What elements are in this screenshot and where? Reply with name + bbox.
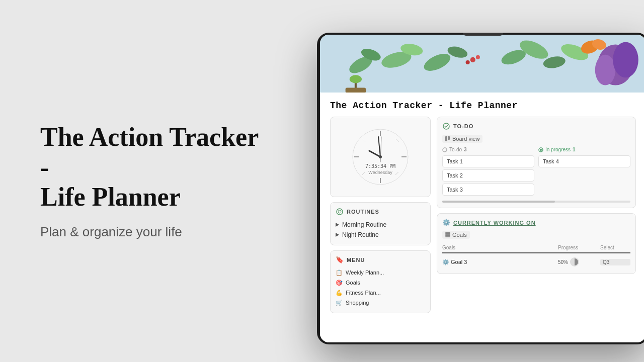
svg-line-29	[362, 172, 365, 175]
scrollbar-thumb	[442, 201, 555, 203]
gear-icon: ⚙️	[442, 219, 450, 226]
clock-svg: 7:35:34 PM Wednesday	[350, 127, 411, 187]
todo-column: To-do 3 Task 1 Task 2 Task 3	[442, 147, 534, 198]
progress-circle	[570, 257, 579, 266]
menu-icon-shopping: 🛒	[336, 299, 343, 306]
todo-icon	[442, 122, 450, 130]
svg-point-7	[470, 57, 475, 62]
svg-rect-45	[445, 232, 450, 234]
side-button	[317, 157, 317, 177]
menu-icon-goals: 🎯	[336, 279, 343, 286]
svg-rect-21	[346, 88, 366, 93]
svg-point-38	[338, 210, 341, 213]
task-card-3[interactable]: Task 3	[442, 184, 534, 196]
menu-item-weekly[interactable]: 📋 Weekly Plann...	[336, 267, 425, 278]
menu-item-goals[interactable]: 🎯 Goals	[336, 278, 425, 288]
subtitle: Plan & organize your life	[40, 224, 272, 240]
todo-circle-icon	[442, 147, 447, 152]
progress-bar: 50%	[558, 257, 598, 266]
svg-point-42	[443, 148, 447, 152]
goals-header: ⚙️ Currently working on	[442, 219, 630, 226]
routine-night[interactable]: Night Routine	[336, 230, 425, 240]
svg-line-30	[395, 172, 398, 175]
q3-badge: Q3	[600, 259, 630, 265]
page-title: The Action Tracker - Life Planner	[330, 101, 636, 111]
menu-title: MENU	[347, 257, 365, 263]
svg-point-12	[613, 42, 638, 77]
goals-view-button[interactable]: Goals	[442, 231, 470, 239]
todo-title: TO-DO	[453, 123, 473, 129]
goals-table-header: Goals Progress Select	[442, 243, 630, 253]
main-grid: 7:35:34 PM Wednesday ROUTI	[330, 117, 636, 330]
menu-item-fitness[interactable]: 💪 Fitness Plan...	[336, 288, 425, 298]
svg-point-34	[379, 155, 382, 158]
svg-point-44	[540, 149, 542, 151]
svg-line-27	[362, 139, 365, 142]
svg-line-31	[369, 151, 380, 157]
goals-table-icon	[445, 232, 450, 237]
inprogress-column: In progress 1 Task 4	[538, 147, 630, 198]
routines-title: ROUTINES	[347, 209, 379, 215]
routines-list: Morning Routine Night Routine	[336, 220, 425, 240]
task-card-1[interactable]: Task 1	[442, 155, 534, 167]
routines-widget: ROUTINES Morning Routine Night Routine	[330, 202, 431, 245]
board-icon	[445, 136, 450, 141]
svg-point-8	[476, 55, 480, 59]
triangle-icon-night	[336, 233, 339, 237]
goals-row-1[interactable]: ⚙️ Goal 3 50% Q3	[442, 255, 630, 268]
banner-svg	[320, 35, 644, 93]
right-widgets: TO-DO Board view To-do	[437, 117, 636, 330]
triangle-icon-morning	[336, 223, 339, 227]
menu-list: 📋 Weekly Plann... 🎯 Goals 💪 Fitness Pla	[336, 267, 425, 308]
svg-rect-40	[445, 136, 447, 141]
svg-text:Wednesday: Wednesday	[368, 170, 392, 175]
routine-morning[interactable]: Morning Routine	[336, 220, 425, 230]
goals-section-title[interactable]: Currently working on	[453, 220, 536, 226]
menu-header: 🔖 MENU	[336, 256, 425, 263]
svg-line-32	[378, 137, 380, 157]
tablet-frame: The Action Tracker - Life Planner	[317, 33, 644, 344]
todo-widget: TO-DO Board view To-do	[437, 117, 636, 208]
svg-point-20	[350, 75, 362, 83]
analog-clock: 7:35:34 PM Wednesday	[350, 127, 411, 187]
svg-line-28	[395, 139, 398, 142]
goals-widget: ⚙️ Currently working on Goals Goals Prog…	[437, 213, 636, 274]
goal-label: ⚙️ Goal 3	[442, 259, 556, 265]
board-columns: To-do 3 Task 1 Task 2 Task 3	[442, 147, 630, 198]
todo-header: TO-DO	[442, 122, 630, 130]
bookmark-icon: 🔖	[336, 256, 344, 263]
menu-item-shopping[interactable]: 🛒 Shopping	[336, 298, 425, 308]
left-widgets: 7:35:34 PM Wednesday ROUTI	[330, 117, 431, 330]
svg-text:7:35:34 PM: 7:35:34 PM	[365, 163, 395, 169]
svg-rect-46	[445, 234, 450, 236]
svg-point-11	[595, 55, 616, 85]
task-card-2[interactable]: Task 2	[442, 169, 534, 182]
tablet-container: The Action Tracker - Life Planner	[317, 33, 644, 344]
inprogress-column-header: In progress 1	[538, 147, 630, 152]
main-title: The Action Tracker - Life Planner	[40, 122, 272, 212]
todo-column-header: To-do 3	[442, 147, 534, 152]
left-panel: The Action Tracker - Life Planner Plan &…	[0, 92, 312, 270]
menu-icon-weekly: 📋	[336, 269, 343, 276]
svg-rect-41	[448, 136, 450, 140]
header-banner	[320, 35, 644, 93]
task-card-4[interactable]: Task 4	[538, 155, 630, 167]
menu-widget: 🔖 MENU 📋 Weekly Plann... 🎯 G	[330, 250, 431, 313]
svg-point-37	[337, 209, 343, 215]
svg-rect-47	[445, 236, 450, 237]
routines-header: ROUTINES	[336, 208, 425, 216]
inprogress-icon	[538, 147, 543, 152]
menu-icon-fitness: 💪	[336, 289, 343, 296]
board-view-button[interactable]: Board view	[442, 135, 482, 143]
svg-point-9	[466, 60, 470, 64]
todo-scrollbar	[442, 201, 630, 203]
tablet-screen: The Action Tracker - Life Planner	[320, 35, 644, 342]
routines-icon	[336, 208, 344, 216]
content-area: The Action Tracker - Life Planner	[320, 93, 644, 342]
clock-widget: 7:35:34 PM Wednesday	[330, 117, 431, 197]
